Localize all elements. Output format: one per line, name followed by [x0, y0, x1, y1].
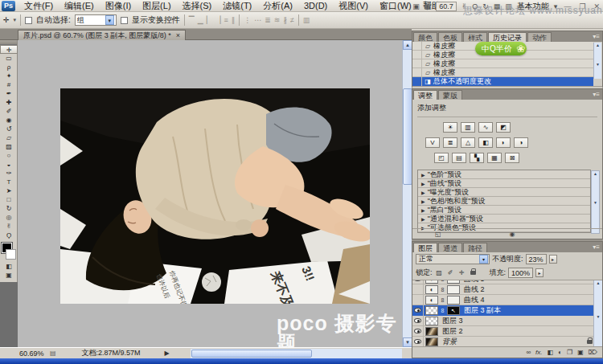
tab-adjustments[interactable]: 调整: [413, 90, 437, 100]
quick-mask-button[interactable]: ◧: [0, 262, 18, 271]
preset-scrollbar[interactable]: ▲▼: [591, 170, 600, 234]
quick-selection-tool-button[interactable]: ✦: [0, 72, 18, 80]
clip-to-layer-icon[interactable]: ◉: [510, 231, 515, 238]
lock-pixels-icon[interactable]: ✐: [446, 269, 455, 276]
distribute-icon[interactable]: ⋮: [244, 16, 251, 24]
visibility-cell[interactable]: [412, 326, 424, 337]
preset-item-levels[interactable]: ▶"色阶"预设: [418, 170, 590, 179]
menu-select[interactable]: 选择(S): [177, 0, 218, 12]
hand-tool-button[interactable]: ✌: [0, 222, 18, 231]
channel-mixer-icon[interactable]: ◑: [514, 137, 528, 148]
fill-slider-icon[interactable]: ▸: [535, 268, 544, 277]
panel-menu-icon[interactable]: ▾≡: [593, 90, 601, 100]
blur-tool-button[interactable]: ○: [0, 151, 18, 160]
brush-tool-button[interactable]: ✐: [0, 107, 18, 116]
history-source-checkbox[interactable]: [412, 51, 422, 59]
show-transform-checkbox[interactable]: [121, 17, 128, 24]
auto-select-checkbox[interactable]: [25, 17, 32, 24]
tab-styles[interactable]: 样式: [463, 32, 487, 42]
tab-actions[interactable]: 动作: [527, 32, 552, 42]
invert-icon[interactable]: ◰: [434, 153, 449, 163]
expanded-view-icon[interactable]: ◱: [435, 231, 441, 238]
preset-item-curves[interactable]: ▶"曲线"预设: [418, 179, 590, 188]
menu-view[interactable]: 视图(V): [333, 0, 374, 12]
align-icon[interactable]: ▕: [215, 16, 221, 24]
distribute-icon[interactable]: ⋯: [254, 16, 261, 24]
vibrance-icon[interactable]: V: [425, 137, 440, 148]
3d-rotate-tool-button[interactable]: ↻: [0, 204, 18, 213]
new-layer-icon[interactable]: ▣: [577, 349, 584, 356]
preset-item-black-white[interactable]: ▶"黑白"预设: [418, 206, 590, 215]
levels-icon[interactable]: ▥: [461, 122, 475, 133]
visibility-cell[interactable]: [412, 337, 424, 347]
panel-menu-icon[interactable]: ▾≡: [593, 243, 601, 252]
hue-saturation-icon[interactable]: ≣: [443, 137, 457, 148]
menu-analysis[interactable]: 分析(A): [257, 0, 298, 12]
crop-tool-button[interactable]: #: [0, 80, 18, 89]
link-layers-icon[interactable]: ∞: [526, 349, 531, 356]
adjustment-thumbnail[interactable]: ◐: [425, 296, 438, 305]
layer-style-icon[interactable]: fx.: [535, 349, 542, 356]
shape-tool-button[interactable]: □: [0, 195, 18, 204]
distribute-icon[interactable]: ≠: [290, 16, 294, 24]
layer-row-layer3[interactable]: 图层 3: [412, 316, 602, 326]
distribute-icon[interactable]: ∦: [283, 16, 287, 24]
tab-layers[interactable]: 图层: [413, 243, 437, 252]
zoom-tool-button[interactable]: Ϙ: [0, 231, 18, 239]
photo-filter-icon[interactable]: ◗: [496, 137, 511, 148]
gradient-map-icon[interactable]: ▦: [487, 153, 502, 163]
layer-thumbnail[interactable]: [425, 337, 438, 346]
history-scrollbar[interactable]: ▲▼: [593, 43, 601, 79]
menu-image[interactable]: 图像(I): [100, 0, 137, 12]
bridge-icon[interactable]: ▣: [412, 2, 420, 10]
history-brush-tool-button[interactable]: ↺: [0, 125, 18, 133]
align-icon[interactable]: ∥: [232, 16, 236, 24]
canvas-area[interactable]: 也许以后 你再也记不得我 来不及了 3!! poco 摄影专题 http://p…: [18, 40, 402, 347]
history-source-checkbox[interactable]: [412, 68, 422, 77]
distribute-icon[interactable]: ≋: [274, 16, 281, 24]
new-adjustment-layer-icon[interactable]: ◐: [558, 349, 562, 356]
ad-overlay-badge[interactable]: 中Q半价 ❀: [475, 42, 527, 55]
align-icon[interactable]: ≡: [224, 16, 228, 24]
eyedropper-tool-button[interactable]: ✒: [0, 89, 18, 98]
layer-thumbnail[interactable]: [425, 317, 438, 325]
dodge-tool-button[interactable]: ◒: [0, 160, 18, 169]
exposure-icon[interactable]: ◩: [496, 122, 511, 133]
align-icon[interactable]: ▔: [189, 16, 195, 24]
lasso-tool-button[interactable]: ρ: [0, 63, 18, 72]
visibility-cell[interactable]: [412, 295, 424, 305]
background-color-swatch[interactable]: [6, 249, 16, 260]
menu-edit[interactable]: 编辑(E): [59, 0, 100, 12]
opacity-field[interactable]: 23%: [526, 254, 547, 264]
menu-layer[interactable]: 图层(L): [137, 0, 176, 12]
auto-align-icon[interactable]: ▥: [303, 16, 310, 24]
move-tool-button[interactable]: ✛: [0, 45, 18, 54]
adjustment-thumbnail[interactable]: ◐: [425, 285, 438, 294]
zoom-level-dropdown[interactable]: 60.7: [436, 2, 457, 11]
history-source-checkbox[interactable]: [412, 77, 422, 86]
delete-layer-icon[interactable]: ⌦: [589, 349, 597, 356]
preset-item-hue-saturation[interactable]: ▶"色相/饱和度"预设: [418, 197, 590, 206]
view-extras-icon[interactable]: ▦: [425, 2, 432, 10]
type-tool-button[interactable]: T: [0, 178, 18, 186]
distribute-icon[interactable]: ≣: [265, 16, 271, 24]
path-selection-tool-button[interactable]: ➤: [0, 186, 18, 195]
layers-scrollbar[interactable]: ▲▼: [593, 280, 602, 347]
blend-mode-dropdown[interactable]: 正常 ▾: [416, 254, 490, 264]
curves-icon[interactable]: ∿: [478, 122, 493, 133]
preset-item-channel-mixer[interactable]: ▶"通道混和器"预设: [418, 215, 590, 223]
screen-mode-button[interactable]: ▣: [0, 271, 18, 280]
panel-menu-icon[interactable]: ▾≡: [593, 32, 601, 42]
tab-paths[interactable]: 路径: [463, 243, 487, 252]
menu-3d[interactable]: 3D(D): [298, 0, 333, 12]
history-source-checkbox[interactable]: [412, 42, 422, 51]
healing-brush-tool-button[interactable]: ✚: [0, 98, 18, 107]
layer-thumbnail[interactable]: [425, 306, 438, 315]
mask-thumbnail[interactable]: ↖: [447, 306, 460, 315]
preset-item-exposure[interactable]: ▶"曝光度"预设: [418, 188, 590, 197]
auto-select-dropdown[interactable]: 组 ▾: [75, 14, 117, 26]
selective-color-icon[interactable]: ⊠: [505, 153, 519, 163]
menu-filter[interactable]: 滤镜(T): [217, 0, 257, 12]
gradient-tool-button[interactable]: ▨: [0, 142, 18, 151]
tab-channels[interactable]: 通道: [438, 243, 462, 252]
